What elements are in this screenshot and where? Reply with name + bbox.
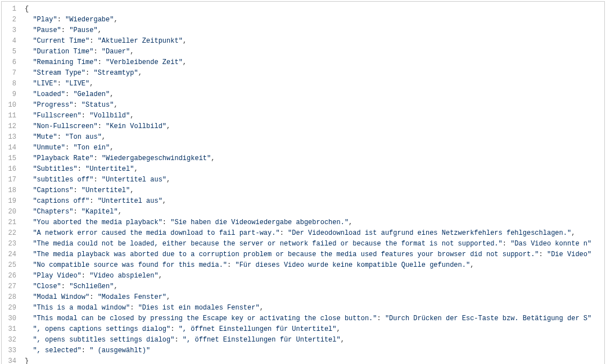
- code-line: "subtitles off": "Untertitel aus",: [25, 175, 604, 185]
- code-line: "The media playback was aborted due to a…: [25, 249, 604, 260]
- json-key: "You aborted the media playback": [33, 219, 162, 226]
- json-value: "Sie haben die Videowiedergabe abgebroch…: [170, 219, 349, 226]
- line-number: 34: [6, 356, 16, 364]
- json-key: "subtitles off": [33, 176, 93, 184]
- line-number: 15: [6, 153, 16, 164]
- code-line: "Captions": "Untertitel",: [25, 185, 604, 196]
- line-number: 33: [6, 345, 16, 356]
- json-key: "The media could not be loaded, either b…: [33, 240, 502, 248]
- json-key: "Mute": [33, 133, 57, 141]
- code-line: "Subtitles": "Untertitel",: [25, 164, 604, 175]
- code-line: ", opens captions settings dialog": ", ö…: [25, 324, 604, 335]
- json-key: ", opens captions settings dialog": [33, 325, 170, 333]
- json-value: "Durch Drücken der Esc-Taste bzw. Betäti…: [385, 315, 591, 322]
- code-line: "Loaded": "Geladen",: [25, 89, 604, 100]
- json-value: "Wiedergabe": [65, 16, 114, 24]
- json-value: "Verbleibende Zeit": [106, 58, 183, 66]
- json-key: "Playback Rate": [33, 154, 93, 162]
- json-key: "Play Video": [33, 272, 81, 280]
- code-line: "LIVE": "LIVE",: [25, 79, 604, 89]
- json-key: "LIVE": [33, 80, 57, 88]
- json-value: "Dauer": [102, 48, 130, 56]
- json-value: "Ton aus": [65, 133, 102, 141]
- code-container: 1234567891011121314151617181920212223242…: [1, 1, 605, 364]
- line-number: 11: [6, 111, 16, 121]
- code-line: ", opens subtitles settings dialog": ", …: [25, 335, 604, 345]
- json-value: ", öffnet Einstellungen für Untertitel": [183, 336, 341, 344]
- json-value: "Dies ist ein modales Fenster": [138, 304, 260, 312]
- code-line: "A network error caused the media downlo…: [25, 228, 604, 239]
- code-line: "Stream Type": "Streamtyp",: [25, 68, 604, 79]
- line-number: 32: [6, 335, 16, 345]
- code-line: "Play": "Wiedergabe",: [25, 15, 604, 25]
- json-key: "Current Time": [33, 37, 89, 45]
- json-value: "Modales Fenster": [98, 293, 166, 301]
- json-key: "No compatible source was found for this…: [33, 261, 227, 269]
- code-line: "Pause": "Pause",: [25, 25, 604, 36]
- code-line: "Duration Time": "Dauer",: [25, 47, 604, 57]
- line-number: 17: [6, 175, 16, 185]
- json-key: "Duration Time": [33, 48, 93, 56]
- line-number: 2: [6, 15, 16, 25]
- line-number: 30: [6, 313, 16, 324]
- code-line: "Mute": "Ton aus",: [25, 132, 604, 143]
- json-key: "Remaining Time": [33, 58, 97, 66]
- json-value: "Die Video": [547, 251, 591, 258]
- line-number: 19: [6, 196, 16, 207]
- code-line: "Playback Rate": "Wiedergabegeschwindigk…: [25, 153, 604, 164]
- code-line: "You aborted the media playback": "Sie h…: [25, 217, 604, 228]
- line-number: 24: [6, 249, 16, 260]
- json-key: "captions off": [33, 197, 89, 205]
- json-value: "Streamtyp": [93, 69, 138, 77]
- line-number: 16: [6, 164, 16, 175]
- json-key: "The media playback was aborted due to a…: [33, 251, 539, 258]
- code-line: "Chapters": "Kapitel",: [25, 207, 604, 217]
- json-key: "A network error caused the media downlo…: [33, 229, 279, 237]
- line-number: 18: [6, 185, 16, 196]
- line-number: 28: [6, 292, 16, 303]
- line-number: 1: [6, 4, 16, 15]
- json-value: "Wiedergabegeschwindigkeit": [102, 154, 211, 162]
- json-value: "Untertitel aus": [98, 197, 162, 205]
- json-key: ", opens subtitles settings dialog": [33, 336, 174, 344]
- json-key: "This modal can be closed by pressing th…: [33, 315, 377, 322]
- line-number: 5: [6, 47, 16, 57]
- code-line: "Current Time": "Aktueller Zeitpunkt",: [25, 36, 604, 47]
- json-value: "Untertitel": [82, 186, 130, 194]
- json-value: "Der Videodownload ist aufgrund eines Ne…: [288, 229, 571, 237]
- code-line: "captions off": "Untertitel aus",: [25, 196, 604, 207]
- json-key: "Captions": [33, 186, 73, 194]
- code-line: "Remaining Time": "Verbleibende Zeit",: [25, 57, 604, 68]
- json-value: "Geladen": [73, 90, 110, 98]
- line-number: 10: [6, 100, 16, 111]
- json-value: "Untertitel": [85, 165, 134, 173]
- line-number: 9: [6, 89, 16, 100]
- line-number: 23: [6, 239, 16, 249]
- json-key: ", selected": [33, 347, 81, 354]
- json-value: "Aktueller Zeitpunkt": [98, 37, 183, 45]
- code-content: { "Play": "Wiedergabe", "Pause": "Pause"…: [22, 2, 604, 364]
- json-key: "This is a modal window": [33, 304, 130, 312]
- json-key: "Fullscreen": [33, 112, 81, 120]
- line-number: 26: [6, 271, 16, 281]
- code-line: }: [25, 356, 604, 364]
- code-line: "Close": "Schließen",: [25, 281, 604, 292]
- json-key: "Chapters": [33, 208, 73, 216]
- json-key: "Non-Fullscreen": [33, 122, 97, 130]
- json-value: "Das Video konnte n": [510, 240, 591, 248]
- json-key: "Stream Type": [33, 69, 85, 77]
- line-number: 7: [6, 68, 16, 79]
- line-number: 31: [6, 324, 16, 335]
- code-line: "Fullscreen": "Vollbild",: [25, 111, 604, 121]
- code-line: "Non-Fullscreen": "Kein Vollbild",: [25, 121, 604, 132]
- code-line: "Play Video": "Video abspielen",: [25, 271, 604, 281]
- json-value: "Vollbild": [89, 112, 130, 120]
- line-number: 12: [6, 121, 16, 132]
- code-line: "Unmute": "Ton ein",: [25, 143, 604, 153]
- json-value: "Status": [82, 101, 114, 109]
- json-key: "Progress": [33, 101, 73, 109]
- json-key: "Modal Window": [33, 293, 89, 301]
- json-value: "Untertitel aus": [102, 176, 166, 184]
- json-value: "LIVE": [65, 80, 89, 88]
- json-value: "Pause": [69, 26, 97, 34]
